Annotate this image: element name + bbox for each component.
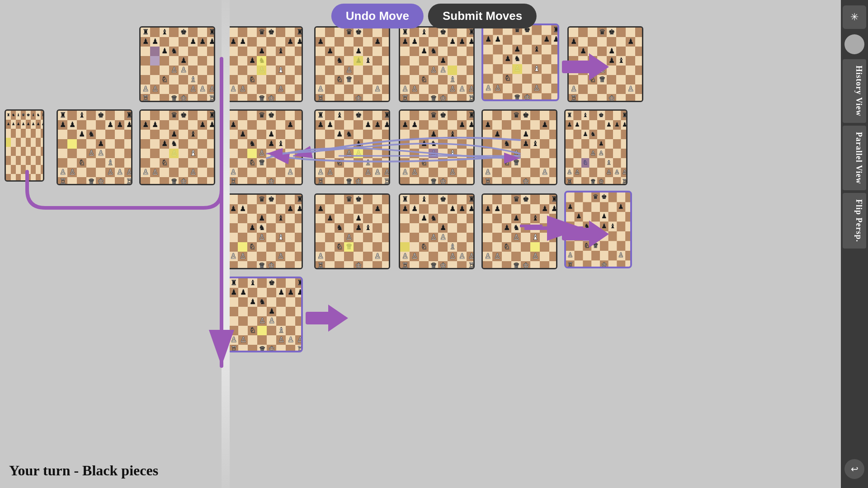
submit-moves-button[interactable]: Submit Moves xyxy=(428,4,537,28)
right-sidebar: ✳ History View Parallel View Flip Persp.… xyxy=(841,0,868,488)
parallel-view-button[interactable]: Parallel View xyxy=(843,126,866,190)
star-icon: ✳ xyxy=(850,11,859,23)
arrow-right-r1 xyxy=(562,53,609,80)
main-area xyxy=(0,0,841,488)
circle-button[interactable] xyxy=(844,34,864,54)
back-icon: ↩ xyxy=(851,464,859,474)
arrow-right-r4 xyxy=(306,305,348,332)
undo-move-button[interactable]: Undo Move xyxy=(331,4,424,28)
timeline-line xyxy=(222,0,230,488)
flip-perspective-button[interactable]: Flip Persp. xyxy=(843,193,866,249)
history-view-button[interactable]: History View xyxy=(843,59,866,123)
status-text: Your turn - Black pieces xyxy=(9,462,158,479)
arrow-right-r3 xyxy=(562,221,609,248)
star-button[interactable]: ✳ xyxy=(843,5,866,29)
back-button[interactable]: ↩ xyxy=(844,459,864,479)
